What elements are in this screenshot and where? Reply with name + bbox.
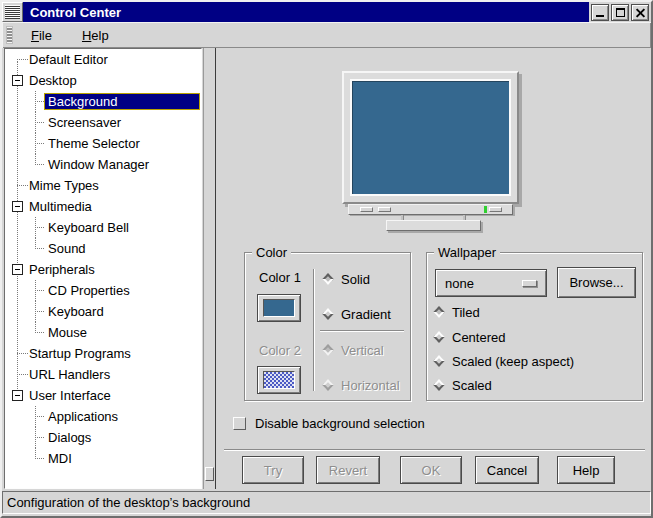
titlebar: Control Center — [2, 2, 651, 22]
collapse-icon[interactable] — [12, 390, 23, 401]
checkbox-unchecked-icon[interactable] — [233, 417, 246, 430]
tree-item-dialogs[interactable]: Dialogs — [5, 427, 201, 448]
cancel-button[interactable]: Cancel — [475, 456, 539, 484]
tree-item-cd-properties[interactable]: CD Properties — [5, 280, 201, 301]
try-button: Try — [242, 456, 304, 484]
color2-label: Color 2 — [259, 343, 301, 358]
action-area-separator — [224, 449, 645, 451]
pane-divider[interactable] — [203, 48, 215, 489]
tree-item-keyboard-bell[interactable]: Keyboard Bell — [5, 217, 201, 238]
control-center-window: Control Center File Help Default Editor … — [0, 0, 653, 518]
radio-selected-icon — [322, 344, 333, 355]
menubar: File Help — [2, 22, 651, 48]
tree-item-mdi[interactable]: MDI — [5, 448, 201, 469]
wallpaper-dropdown[interactable]: none — [435, 269, 547, 297]
option-menu-indicator-icon — [522, 280, 537, 287]
radio-unselected-icon — [433, 355, 444, 366]
tree-item-peripherals[interactable]: Peripherals — [5, 259, 201, 280]
maximize-icon — [616, 8, 625, 17]
color-frame: Color Color 1 Color 2 Solid Gradient Ver… — [244, 252, 411, 401]
close-button[interactable] — [631, 4, 649, 21]
tree-item-window-manager[interactable]: Window Manager — [5, 154, 201, 175]
checkbox-label: Disable background selection — [255, 416, 425, 431]
help-button[interactable]: Help — [557, 456, 615, 484]
monitor-base — [386, 220, 481, 231]
window-buttons — [589, 2, 651, 22]
power-led-icon — [484, 206, 487, 213]
ok-button: OK — [400, 456, 462, 484]
category-tree: Default Editor Desktop Background Screen… — [4, 48, 202, 489]
horizontal-separator — [320, 330, 404, 332]
title-strip[interactable]: Control Center — [23, 2, 589, 22]
radio-gradient[interactable]: Gradient — [324, 307, 391, 321]
pane-divider-handle[interactable] — [205, 467, 214, 481]
color1-swatch — [263, 299, 295, 317]
monitor-button-icon — [378, 207, 391, 212]
tree-item-applications[interactable]: Applications — [5, 406, 201, 427]
revert-button: Revert — [316, 456, 380, 484]
tree-item-desktop[interactable]: Desktop — [5, 70, 201, 91]
radio-scaled-keep-aspect[interactable]: Scaled (keep aspect) — [435, 354, 574, 368]
window-title: Control Center — [30, 5, 121, 20]
radio-unselected-icon — [322, 308, 333, 319]
background-settings-panel: Color Color 1 Color 2 Solid Gradient Ver… — [215, 48, 651, 489]
minimize-icon — [596, 15, 604, 17]
radio-tiled[interactable]: Tiled — [435, 305, 480, 319]
radio-horizontal: Horizontal — [324, 378, 400, 392]
monitor-screen-preview — [350, 79, 511, 196]
tree-item-url-handlers[interactable]: URL Handlers — [5, 364, 201, 385]
maximize-button[interactable] — [611, 4, 629, 21]
monitor-preview — [342, 71, 519, 204]
tree-item-sound[interactable]: Sound — [5, 238, 201, 259]
monitor-button-icon — [360, 207, 373, 212]
color1-label: Color 1 — [259, 270, 301, 285]
radio-selected-icon — [433, 306, 444, 317]
browse-button[interactable]: Browse... — [557, 267, 636, 298]
tree-item-keyboard[interactable]: Keyboard — [5, 301, 201, 322]
radio-unselected-icon — [322, 379, 333, 390]
disable-background-selection-checkbox[interactable]: Disable background selection — [233, 416, 425, 431]
tree-item-startup-programs[interactable]: Startup Programs — [5, 343, 201, 364]
radio-solid[interactable]: Solid — [324, 272, 370, 286]
tree-item-multimedia[interactable]: Multimedia — [5, 196, 201, 217]
collapse-icon[interactable] — [12, 264, 23, 275]
color1-swatch-button[interactable] — [257, 294, 301, 322]
color-frame-title: Color — [252, 245, 291, 260]
tree-item-default-editor[interactable]: Default Editor — [5, 49, 201, 70]
menu-item-help[interactable]: Help — [74, 25, 117, 46]
radio-selected-icon — [322, 273, 333, 284]
tree-item-screensaver[interactable]: Screensaver — [5, 112, 201, 133]
status-text: Configuration of the desktop’s backgroun… — [7, 495, 250, 510]
tree-item-background[interactable]: Background — [5, 91, 201, 112]
tree-item-theme-selector[interactable]: Theme Selector — [5, 133, 201, 154]
tree-item-user-interface[interactable]: User Interface — [5, 385, 201, 406]
wallpaper-dropdown-value: none — [445, 276, 474, 291]
monitor-front-panel — [348, 204, 513, 215]
collapse-icon[interactable] — [12, 75, 23, 86]
minimize-button[interactable] — [591, 4, 609, 21]
menu-item-file[interactable]: File — [23, 25, 60, 46]
vertical-separator — [313, 269, 315, 391]
tree-item-mouse[interactable]: Mouse — [5, 322, 201, 343]
radio-unselected-icon — [433, 331, 444, 342]
radio-centered[interactable]: Centered — [435, 330, 505, 344]
monitor-power-button-icon — [489, 207, 502, 212]
wallpaper-frame: Wallpaper none Browse... Tiled Centered … — [426, 252, 643, 401]
radio-scaled[interactable]: Scaled — [435, 378, 492, 392]
window-menu-button[interactable] — [2, 2, 23, 22]
collapse-icon[interactable] — [12, 201, 23, 212]
color2-swatch-button — [257, 366, 301, 394]
wallpaper-frame-title: Wallpaper — [434, 245, 500, 260]
statusbar: Configuration of the desktop’s backgroun… — [2, 491, 651, 514]
color2-swatch — [263, 371, 295, 389]
menubar-grip[interactable] — [6, 26, 13, 44]
tree-item-mime-types[interactable]: Mime Types — [5, 175, 201, 196]
radio-unselected-icon — [433, 379, 444, 390]
radio-vertical: Vertical — [324, 343, 384, 357]
window-menu-lines-icon — [5, 5, 20, 19]
